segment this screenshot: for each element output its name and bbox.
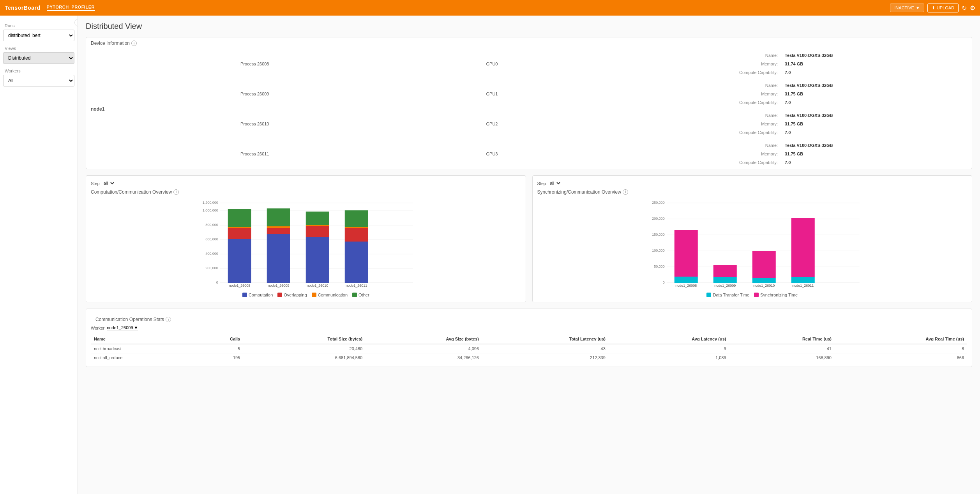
svg-rect-32 [345,210,368,227]
col-name: Name [91,334,194,344]
col-avg-size: Avg Size (bytes) [366,334,482,344]
ops-table-row: nccl:broadcast 5 20,480 4,096 43 9 41 8 [91,344,967,353]
svg-rect-27 [306,212,329,225]
gpu-cell: GPU3 [481,139,617,169]
worker-label: Worker node1_26009 ▼ [91,325,967,330]
profiler-tab[interactable]: PYTORCH_PROFILER [47,5,95,11]
svg-text:100,000: 100,000 [652,249,665,252]
comp-step-select[interactable]: all [101,180,115,186]
comp-step-label: Step all [91,180,521,186]
app-body: ‹ Runs distributed_bert Views Distribute… [0,16,980,494]
sidebar: ‹ Runs distributed_bert Views Distribute… [0,16,78,494]
svg-rect-49 [713,277,736,283]
svg-rect-21 [267,226,290,228]
legend-other: Other [352,293,369,297]
page-title: Distributed View [86,22,972,31]
process-cell: Process 26011 [236,139,481,169]
header-right: INACTIVE ▼ ⬆ UPLOAD ↻ ⚙ [890,4,975,12]
process-cell: Process 26010 [236,109,481,139]
svg-text:node1_26011: node1_26011 [792,284,814,288]
op-real-time: 41 [729,344,835,353]
workers-label: Workers [5,69,74,73]
device-info-icon[interactable]: i [131,41,137,46]
ops-table: Name Calls Total Size (bytes) Avg Size (… [91,334,967,362]
legend-synchronizing: Synchronizing Time [754,293,798,297]
ops-stats-title: Communication Operations Stats [95,317,164,322]
svg-rect-47 [674,230,697,277]
svg-rect-19 [267,234,290,283]
op-avg-size: 34,266,126 [366,353,482,362]
device-info-header: Device Information i [86,37,972,49]
comp-comm-legend: Computation Overlapping Communication Ot… [91,293,521,297]
workers-select[interactable]: All [3,75,74,86]
ops-stats-header: Communication Operations Stats i [91,314,967,325]
svg-text:50,000: 50,000 [654,265,665,268]
svg-text:node1_26011: node1_26011 [346,284,367,288]
app-header: TensorBoard PYTORCH_PROFILER INACTIVE ▼ … [0,0,980,16]
main-content: Distributed View Device Information i no… [78,16,980,494]
svg-text:200,000: 200,000 [205,266,218,270]
svg-text:150,000: 150,000 [652,233,665,236]
communication-color [312,293,316,297]
ops-stats-info-icon[interactable]: i [166,317,171,322]
svg-text:0: 0 [662,281,664,284]
svg-rect-15 [228,228,251,239]
overlapping-color [277,293,282,297]
process-cell: Process 26008 [236,49,481,79]
svg-text:600,000: 600,000 [205,237,218,241]
op-avg-latency: 1,089 [609,353,729,362]
views-select[interactable]: Distributed [3,52,74,64]
worker-select-button[interactable]: node1_26009 ▼ [107,325,138,330]
data-transfer-color [706,293,711,297]
settings-icon[interactable]: ⚙ [970,4,975,12]
svg-rect-26 [306,225,329,226]
comp-comm-chart: 0 200,000 400,000 600,000 800,000 1,000,… [91,198,521,289]
svg-text:250,000: 250,000 [652,201,665,205]
legend-overlapping: Overlapping [277,293,307,297]
op-avg-size: 4,096 [366,344,482,353]
op-name: nccl:all_reduce [91,353,194,362]
svg-rect-53 [752,251,775,278]
svg-rect-24 [306,237,329,283]
op-total-latency: 212,339 [482,353,609,362]
svg-rect-16 [228,227,251,228]
sync-comm-info-icon[interactable]: i [623,189,628,195]
app-logo: TensorBoard [5,5,41,11]
device-table: node1 Process 26008 GPU0 Name:Tesla V100… [86,49,972,169]
refresh-icon[interactable]: ↻ [962,4,967,12]
ops-table-row: nccl:all_reduce 195 6,681,894,580 34,266… [91,353,967,362]
sync-step-select[interactable]: all [547,180,562,186]
ops-table-header-row: Name Calls Total Size (bytes) Avg Size (… [91,334,967,344]
op-avg-latency: 9 [609,344,729,353]
gpu-cell: GPU1 [481,79,617,109]
sidebar-toggle[interactable]: ‹ [74,19,78,26]
svg-rect-20 [267,228,290,234]
col-avg-latency: Avg Latency (us) [609,334,729,344]
synchronizing-color [754,293,759,297]
svg-rect-25 [306,226,329,237]
legend-computation: Computation [242,293,273,297]
legend-data-transfer: Data Transfer Time [706,293,749,297]
col-total-size: Total Size (bytes) [243,334,366,344]
op-total-latency: 43 [482,344,609,353]
svg-text:node1_26010: node1_26010 [307,284,328,288]
svg-rect-30 [345,228,368,242]
comp-comm-chart-card: Step all Computation/Communication Overv… [86,175,526,302]
upload-button[interactable]: ⬆ UPLOAD [927,4,959,12]
comp-comm-info-icon[interactable]: i [173,189,179,195]
inactive-button[interactable]: INACTIVE ▼ [890,4,924,12]
svg-text:node1_26009: node1_26009 [268,284,289,288]
col-avg-real-time: Avg Real Time (us) [835,334,967,344]
device-info-card: Device Information i node1 Process 26008… [86,37,972,169]
runs-select[interactable]: distributed_bert [3,30,74,41]
svg-text:0: 0 [216,281,218,284]
svg-text:node1_26008: node1_26008 [675,284,697,288]
op-total-size: 20,480 [243,344,366,353]
svg-rect-31 [345,227,368,228]
gpu-cell: GPU2 [481,109,617,139]
svg-text:node1_26009: node1_26009 [714,284,736,288]
svg-rect-22 [267,208,290,226]
sync-comm-chart: 0 50,000 100,000 150,000 200,000 250,000 [537,198,968,289]
svg-text:1,200,000: 1,200,000 [203,201,218,205]
op-real-time: 168,890 [729,353,835,362]
